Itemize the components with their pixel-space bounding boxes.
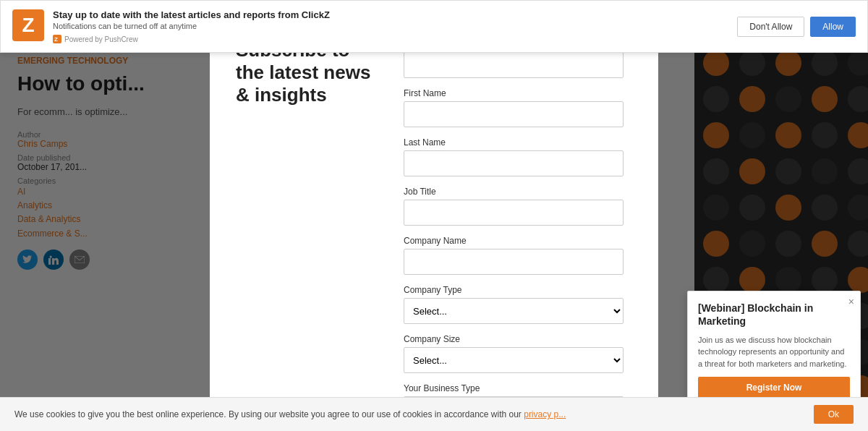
company-type-label: Company Type	[404, 285, 624, 295]
modal-left-panel: Subscribe to the latest news & insights	[236, 39, 380, 392]
cookie-consent-bar: We use cookies to give you the best onli…	[0, 397, 868, 431]
push-content: Stay up to date with the latest articles…	[53, 9, 728, 43]
svg-text:Z: Z	[54, 36, 58, 43]
cookie-message: We use cookies to give you the best onli…	[14, 409, 522, 419]
pushcrew-icon: Z	[12, 9, 44, 41]
webinar-description: Join us as we discuss how blockchain tec…	[698, 334, 850, 370]
last-name-label: Last Name	[404, 137, 624, 148]
company-type-select[interactable]: Select...	[404, 298, 624, 324]
first-name-label: First Name	[404, 88, 624, 98]
company-name-group: Company Name	[404, 236, 624, 275]
last-name-group: Last Name	[404, 137, 624, 176]
push-powered-by: Z Powered by PushCrew	[53, 35, 728, 43]
modal-form: Business Email First Name Last Name Job …	[404, 39, 624, 392]
push-allow-button[interactable]: Allow	[810, 17, 856, 37]
company-name-input[interactable]	[404, 249, 624, 275]
webinar-register-button[interactable]: Register Now	[698, 377, 850, 398]
company-size-group: Company Size Select...	[404, 334, 624, 373]
cookie-ok-button[interactable]: Ok	[814, 405, 854, 424]
company-name-label: Company Name	[404, 236, 624, 246]
business-type-label: Your Business Type	[404, 383, 624, 393]
first-name-group: First Name	[404, 88, 624, 127]
privacy-policy-link[interactable]: privacy p...	[524, 409, 566, 419]
job-title-group: Job Title	[404, 187, 624, 226]
webinar-title: [Webinar] Blockchain in Marketing	[698, 302, 850, 328]
cookie-text: We use cookies to give you the best onli…	[14, 409, 805, 419]
subscribe-modal: Subscribe to the latest news & insights …	[210, 13, 658, 418]
push-deny-button[interactable]: Don't Allow	[737, 17, 804, 37]
business-email-input[interactable]	[404, 52, 624, 78]
push-button-group: Don't Allow Allow	[737, 17, 856, 37]
push-powered-text: Powered by PushCrew	[64, 35, 138, 43]
job-title-input[interactable]	[404, 200, 624, 226]
push-subtitle: Notifications can be turned off at anyti…	[53, 22, 728, 30]
company-size-select[interactable]: Select...	[404, 347, 624, 373]
push-notification-bar: Z Stay up to date with the latest articl…	[0, 0, 868, 53]
webinar-popup: × [Webinar] Blockchain in Marketing Join…	[687, 291, 861, 409]
push-title: Stay up to date with the latest articles…	[53, 9, 728, 20]
company-type-group: Company Type Select...	[404, 285, 624, 324]
company-size-label: Company Size	[404, 334, 624, 344]
webinar-close-button[interactable]: ×	[848, 296, 854, 307]
first-name-input[interactable]	[404, 101, 624, 127]
last-name-input[interactable]	[404, 150, 624, 176]
job-title-label: Job Title	[404, 187, 624, 197]
